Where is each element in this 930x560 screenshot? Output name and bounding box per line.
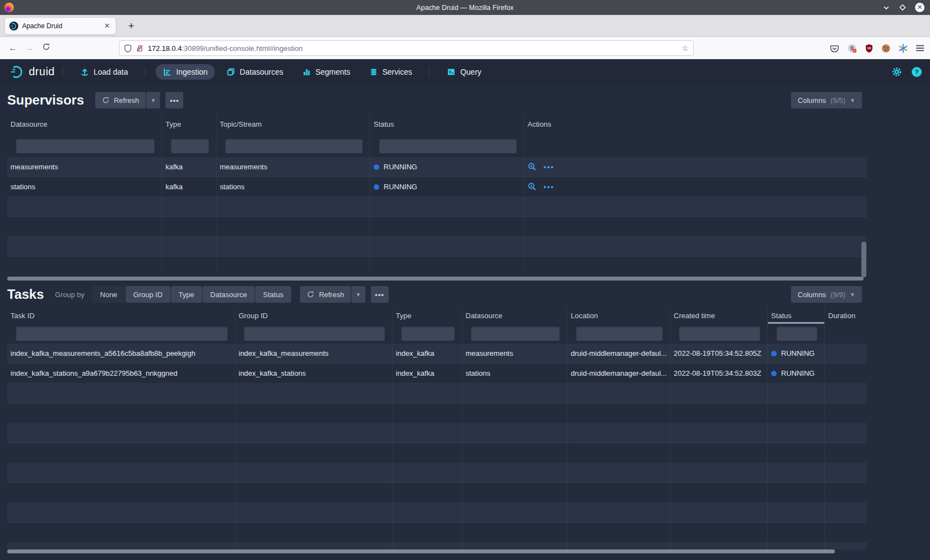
tasks-hscrollbar[interactable] xyxy=(7,549,923,553)
supervisor-actions: ••• xyxy=(524,177,867,196)
filter-task-id-input[interactable] xyxy=(16,326,228,341)
filter-datasource-input[interactable] xyxy=(16,139,154,153)
browser-tab[interactable]: Apache Druid ✕ xyxy=(4,17,116,35)
filter-topic-input[interactable] xyxy=(225,139,363,153)
filter-location-input[interactable] xyxy=(576,326,663,341)
nav-separator xyxy=(429,66,430,77)
group-by-datasource-button[interactable]: Datasource xyxy=(203,286,255,303)
filter-created-time-input[interactable] xyxy=(679,326,760,341)
task-group-id: index_kafka_stations xyxy=(235,364,392,383)
status-dot xyxy=(771,371,777,376)
supervisors-vscrollbar[interactable] xyxy=(861,242,866,277)
tasks-header: Tasks Group by None Group ID Type Dataso… xyxy=(7,286,923,303)
minimize-icon[interactable] xyxy=(882,4,890,12)
refresh-icon xyxy=(102,96,110,104)
col-header-task-id[interactable]: Task ID xyxy=(7,307,235,324)
supervisors-filter-row xyxy=(7,135,867,157)
help-icon[interactable]: ? xyxy=(911,66,922,77)
nav-item-load-data[interactable]: Load data xyxy=(73,64,135,80)
nav-item-ingestion[interactable]: Ingestion xyxy=(156,64,215,80)
filter-status-input[interactable] xyxy=(379,139,516,153)
shield-icon[interactable] xyxy=(124,44,132,53)
tasks-refresh-caret[interactable]: ▼ xyxy=(352,286,365,303)
insecure-lock-icon[interactable] xyxy=(136,44,144,53)
nav-item-segments[interactable]: Segments xyxy=(295,64,358,80)
reload-icon[interactable] xyxy=(38,43,54,53)
magnifier-details-icon[interactable] xyxy=(528,162,537,172)
filter-status-input[interactable] xyxy=(777,326,817,341)
row-actions-icon[interactable]: ••• xyxy=(544,163,555,171)
tasks-filter-row xyxy=(7,324,867,344)
close-window-icon[interactable]: ✕ xyxy=(915,3,924,12)
tab-close-icon[interactable]: ✕ xyxy=(103,22,111,30)
druid-logo[interactable]: druid xyxy=(10,65,55,79)
col-header-group-id[interactable]: Group ID xyxy=(235,307,392,324)
tasks-refresh-button[interactable]: Refresh xyxy=(300,286,351,303)
col-header-type[interactable]: Type xyxy=(162,113,216,135)
window-title: Apache Druid — Mozilla Firefox xyxy=(0,4,930,12)
menu-icon[interactable] xyxy=(916,44,924,52)
supervisors-hscrollbar[interactable] xyxy=(7,277,923,281)
col-header-actions: Actions xyxy=(524,113,867,135)
col-header-status[interactable]: Status xyxy=(370,113,524,135)
supervisors-more-button[interactable]: ••• xyxy=(166,92,183,108)
row-actions-icon[interactable]: ••• xyxy=(544,183,555,191)
browser-toolbar: ← → 172.18.0.4:30899/unified-console.htm… xyxy=(0,37,930,59)
col-header-created-time[interactable]: Created time xyxy=(670,307,768,324)
magnifier-details-icon[interactable] xyxy=(528,182,537,191)
group-by-status-button[interactable]: Status xyxy=(255,286,291,303)
tab-bar: Apache Druid ✕ + xyxy=(0,15,930,37)
supervisors-refresh-button[interactable]: Refresh xyxy=(95,92,146,108)
group-by-type-button[interactable]: Type xyxy=(171,286,202,303)
maximize-icon[interactable] xyxy=(899,4,906,11)
url-bar[interactable]: 172.18.0.4:30899/unified-console.html#in… xyxy=(119,40,694,56)
cookie-icon[interactable] xyxy=(881,44,891,53)
filter-type-input[interactable] xyxy=(171,139,209,153)
supervisors-header-row: Datasource Type Topic/Stream Status Acti… xyxy=(7,113,867,135)
empty-row xyxy=(7,383,867,403)
filter-group-id-input[interactable] xyxy=(244,326,385,341)
filter-datasource-input[interactable] xyxy=(471,326,560,341)
columns-count: (9/9) xyxy=(830,291,845,299)
nav-item-services[interactable]: Services xyxy=(362,64,420,80)
col-header-type[interactable]: Type xyxy=(392,307,462,324)
svg-text:✕: ✕ xyxy=(853,49,856,53)
svg-text:?: ? xyxy=(914,69,918,75)
asterisk-extension-icon[interactable] xyxy=(898,44,908,53)
tasks-columns-button[interactable]: Columns (9/9) ▼ xyxy=(791,286,862,303)
empty-row xyxy=(7,197,867,217)
nav-item-query[interactable]: Query xyxy=(440,64,488,80)
forward-icon[interactable]: → xyxy=(21,43,38,53)
supervisors-columns-button[interactable]: Columns (5/5) ▼ xyxy=(791,92,862,108)
brand-name: druid xyxy=(29,65,55,78)
tasks-header-row: Task ID Group ID Type Datasource Locatio… xyxy=(7,307,867,324)
nav-label: Segments xyxy=(316,68,350,76)
empty-row xyxy=(7,403,867,423)
supervisors-refresh-caret[interactable]: ▼ xyxy=(146,92,160,108)
tasks-rows: index_kafka_measurements_a5616c5ba8afb8b… xyxy=(7,344,867,549)
col-header-status-sorted[interactable]: Status xyxy=(768,307,825,324)
group-by-groupid-button[interactable]: Group ID xyxy=(126,286,170,303)
empty-row xyxy=(7,483,867,503)
tasks-more-button[interactable]: ••• xyxy=(371,286,389,303)
bookmark-star-icon[interactable]: ☆ xyxy=(681,44,689,53)
task-location: druid-middlemanager-defaul... xyxy=(567,364,670,383)
nav-item-datasources[interactable]: Datasources xyxy=(219,64,291,80)
col-header-datasource[interactable]: Datasource xyxy=(462,307,567,324)
col-header-duration[interactable]: Duration xyxy=(825,307,867,324)
ublock-icon[interactable]: UO xyxy=(865,44,874,53)
new-tab-button[interactable]: + xyxy=(124,19,138,33)
group-by-none-button[interactable]: None xyxy=(92,286,125,303)
pocket-icon[interactable] xyxy=(830,44,839,53)
col-header-datasource[interactable]: Datasource xyxy=(7,113,162,135)
back-icon[interactable]: ← xyxy=(4,43,21,53)
segments-icon xyxy=(302,68,311,76)
refresh-label: Refresh xyxy=(319,291,344,299)
settings-gear-icon[interactable] xyxy=(891,66,902,77)
col-header-location[interactable]: Location xyxy=(567,307,670,324)
extension-icon[interactable]: ✕ xyxy=(847,43,857,53)
col-header-topic[interactable]: Topic/Stream xyxy=(216,113,370,135)
empty-row xyxy=(7,257,867,277)
filter-type-input[interactable] xyxy=(401,326,454,341)
tasks-title: Tasks xyxy=(7,287,44,302)
